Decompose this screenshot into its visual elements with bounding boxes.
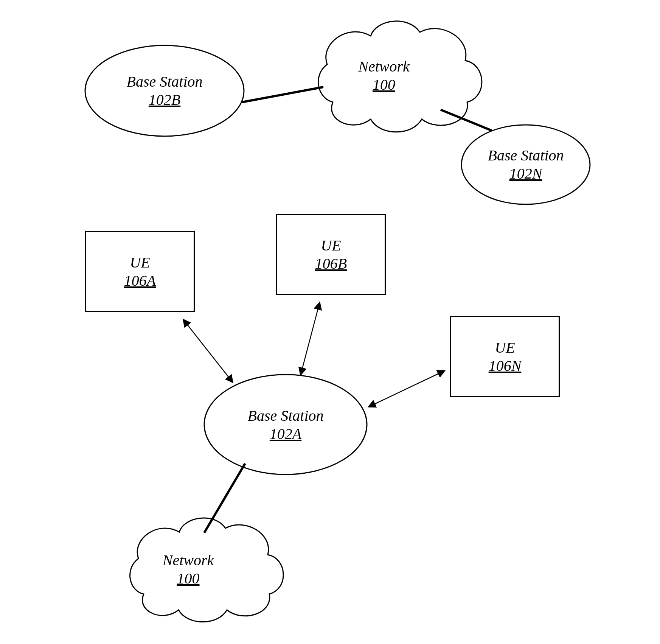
node-title: Base Station [126, 73, 202, 90]
node-bs102a: Base Station 102A [204, 375, 367, 475]
node-title: Base Station [247, 407, 323, 425]
node-net100-bot: Network 100 [117, 518, 259, 621]
node-net100-top: Network 100 [308, 23, 460, 129]
node-ref: 102N [509, 165, 542, 182]
edge-ue106a-bs102a [183, 320, 233, 382]
node-bs102b: Base Station 102B [85, 45, 244, 136]
node-ref: 102B [149, 91, 180, 109]
edge-ue106b-bs102a [301, 303, 320, 375]
node-title: Base Station [488, 147, 564, 164]
node-ref: 100 [177, 570, 200, 587]
node-ue106a: UE 106A [85, 231, 195, 312]
node-ref: 106B [315, 255, 347, 272]
node-ref: 102A [270, 425, 301, 443]
node-title: UE [130, 254, 150, 271]
diagram-canvas: Base Station 102B Network 100 Base Stati… [0, 0, 660, 644]
node-ue106n: UE 106N [450, 316, 560, 397]
node-ref: 106N [489, 357, 522, 375]
node-title: Network [163, 552, 214, 569]
edge-ue106n-bs102a [369, 371, 444, 407]
node-title: Network [358, 58, 410, 75]
node-ue106b: UE 106B [276, 214, 386, 295]
node-title: UE [495, 339, 515, 356]
node-ref: 100 [373, 76, 395, 93]
node-bs102n: Base Station 102N [461, 125, 590, 204]
node-title: UE [321, 237, 341, 254]
node-ref: 106A [124, 272, 156, 289]
